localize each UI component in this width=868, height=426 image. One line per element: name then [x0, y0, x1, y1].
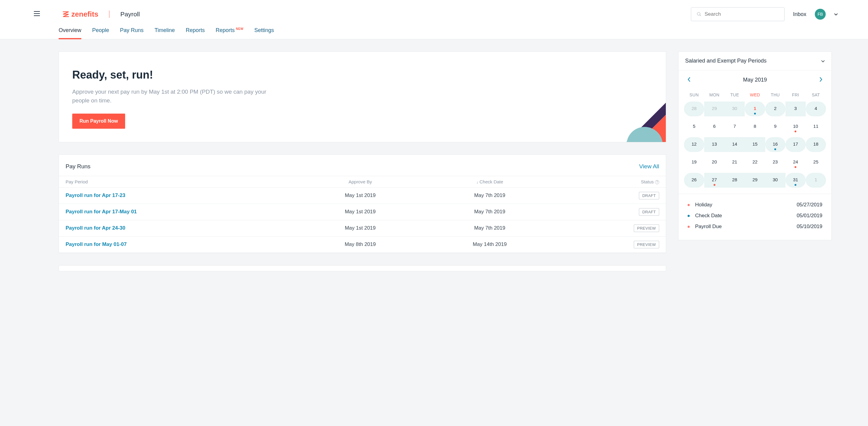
day-number: 3: [794, 106, 797, 111]
tab-people[interactable]: People: [92, 27, 109, 39]
user-avatar[interactable]: FB: [815, 9, 826, 20]
day-number: 7: [734, 124, 736, 129]
search-input[interactable]: [705, 11, 779, 17]
chevron-left-icon: [688, 77, 690, 82]
nav-tabs: Overview People Pay Runs Timeline Report…: [0, 21, 868, 39]
day-number: 16: [773, 141, 778, 146]
approve-by-cell: May 1st 2019: [298, 220, 423, 236]
day-number: 14: [732, 141, 738, 146]
calendar-day-cell[interactable]: 20: [704, 155, 724, 170]
red-dot-icon: [795, 131, 796, 132]
svg-point-3: [626, 127, 663, 142]
blue-dot-icon: [795, 184, 796, 186]
status-cell: PREVIEW: [556, 236, 666, 253]
blue-dot-icon: [754, 113, 756, 114]
day-number: 4: [814, 106, 817, 111]
calendar-day-cell[interactable]: 24: [785, 155, 806, 170]
next-month-button[interactable]: [819, 76, 823, 84]
calendar-day-cell[interactable]: 17: [785, 137, 806, 152]
pay-period-link[interactable]: Payroll run for Apr 17-May 01: [59, 204, 298, 220]
calendar-day-cell[interactable]: 7: [724, 119, 745, 134]
hero-illustration: [612, 88, 666, 142]
calendar-day-cell[interactable]: 4: [806, 101, 826, 116]
col-approve-by[interactable]: Approve By: [298, 176, 423, 187]
hero-subtitle: Approve your next pay run by May 1st at …: [72, 87, 278, 105]
calendar-day-cell[interactable]: 27: [704, 173, 724, 188]
app-title: Payroll: [120, 10, 140, 18]
calendar-day-cell[interactable]: 31: [785, 173, 806, 188]
search-box[interactable]: [691, 7, 784, 21]
calendar-legend: Holiday05/27/2019Check Date05/01/2019Pay…: [679, 194, 831, 240]
tab-reports[interactable]: Reports: [186, 27, 205, 39]
help-icon[interactable]: ?: [655, 180, 659, 184]
approve-by-cell: May 8th 2019: [298, 236, 423, 253]
col-check-date[interactable]: ↓Check Date: [423, 176, 557, 187]
calendar-day-cell[interactable]: 12: [684, 137, 704, 152]
legend-label: Check Date: [695, 213, 722, 219]
calendar-day-cell[interactable]: 29: [704, 101, 724, 116]
day-number: 13: [712, 141, 717, 146]
calendar-day-cell[interactable]: 13: [704, 137, 724, 152]
calendar-day-cell[interactable]: 9: [765, 119, 785, 134]
calendar-dropdown[interactable]: Salaried and Exempt Pay Periods: [679, 52, 831, 70]
calendar-day-cell[interactable]: 14: [724, 137, 745, 152]
calendar-day-cell[interactable]: 2: [765, 101, 785, 116]
calendar-weekday-header: SUNMONTUEWEDTHUFRISAT: [684, 90, 826, 101]
tab-timeline[interactable]: Timeline: [154, 27, 175, 39]
prev-month-button[interactable]: [688, 76, 690, 84]
user-menu-chevron-icon[interactable]: [834, 11, 838, 17]
day-number: 19: [691, 159, 696, 164]
status-cell: DRAFT: [556, 187, 666, 204]
calendar-day-cell[interactable]: 10: [785, 119, 806, 134]
calendar-day-cell[interactable]: 28: [684, 101, 704, 116]
brand-logo[interactable]: zenefits: [62, 10, 98, 19]
day-number: 10: [793, 124, 798, 129]
pay-period-link[interactable]: Payroll run for May 01-07: [59, 236, 298, 253]
calendar-day-cell[interactable]: 8: [745, 119, 765, 134]
calendar-day-cell[interactable]: 30: [724, 101, 745, 116]
tab-reports-new[interactable]: ReportsNEW: [216, 27, 244, 39]
weekday-label: FRI: [785, 90, 806, 101]
calendar-day-cell[interactable]: 28: [724, 173, 745, 188]
calendar-day-cell[interactable]: 1: [806, 173, 826, 188]
calendar-day-cell[interactable]: 26: [684, 173, 704, 188]
zenefits-logo-icon: [62, 10, 69, 18]
calendar-day-cell[interactable]: 16: [765, 137, 785, 152]
calendar-day-cell[interactable]: 11: [806, 119, 826, 134]
day-number: 12: [691, 141, 696, 146]
tab-settings[interactable]: Settings: [254, 27, 274, 39]
calendar-day-cell[interactable]: 3: [785, 101, 806, 116]
calendar-day-cell[interactable]: 19: [684, 155, 704, 170]
calendar-day-cell[interactable]: 22: [745, 155, 765, 170]
legend-label: Payroll Due: [695, 224, 722, 230]
calendar-day-cell[interactable]: 23: [765, 155, 785, 170]
view-all-link[interactable]: View All: [639, 163, 659, 170]
day-number: 2: [774, 106, 776, 111]
calendar-week-row: 2627282930311: [684, 173, 826, 188]
calendar-day-cell[interactable]: 25: [806, 155, 826, 170]
calendar-day-cell[interactable]: 18: [806, 137, 826, 152]
hamburger-menu-icon[interactable]: [12, 9, 55, 20]
next-card-peek: [59, 265, 666, 271]
day-number: 30: [773, 177, 778, 182]
run-payroll-button[interactable]: Run Payroll Now: [72, 113, 125, 129]
pay-period-link[interactable]: Payroll run for Apr 17-23: [59, 187, 298, 204]
inbox-link[interactable]: Inbox: [793, 11, 806, 18]
tab-pay-runs[interactable]: Pay Runs: [120, 27, 144, 39]
calendar-day-cell[interactable]: 6: [704, 119, 724, 134]
tab-overview[interactable]: Overview: [59, 27, 81, 39]
calendar-day-cell[interactable]: 21: [724, 155, 745, 170]
weekday-label: THU: [765, 90, 785, 101]
status-cell: PREVIEW: [556, 220, 666, 236]
approve-by-cell: May 1st 2019: [298, 204, 423, 220]
day-number: 1: [754, 106, 756, 111]
calendar-day-cell[interactable]: 29: [745, 173, 765, 188]
calendar-day-cell[interactable]: 5: [684, 119, 704, 134]
day-number: 30: [732, 106, 738, 111]
calendar-day-cell[interactable]: 30: [765, 173, 785, 188]
day-number: 20: [712, 159, 717, 164]
pay-period-link[interactable]: Payroll run for Apr 24-30: [59, 220, 298, 236]
calendar-day-cell[interactable]: 1: [745, 101, 765, 116]
calendar-week-row: 567891011: [684, 119, 826, 134]
calendar-day-cell[interactable]: 15: [745, 137, 765, 152]
